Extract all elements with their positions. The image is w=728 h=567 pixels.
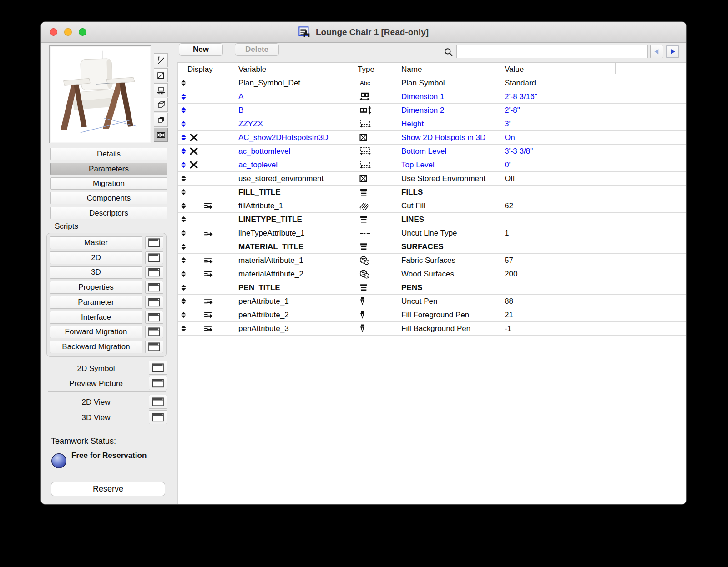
table-row[interactable]: materialAttribute_2 Wood Surfaces 200 [178,267,686,281]
table-row[interactable]: penAttribute_2 Fill Foreground Pen 21 [178,308,686,322]
abc-icon [359,76,372,90]
zoom-button[interactable] [79,28,86,36]
window-icon [152,363,164,372]
updown-icon[interactable] [181,145,187,158]
header-name[interactable]: Name [401,63,422,76]
table-row[interactable]: fillAttribute_1 Cut Fill 62 [178,199,686,213]
table-row[interactable]: FILL_TITLE FILLS [178,186,686,199]
preview-mode-wireframe-button[interactable] [154,98,168,112]
table-row[interactable]: penAttribute_1 Uncut Pen 88 [178,295,686,308]
preview-mode-axo-button[interactable] [154,53,168,67]
header-variable[interactable]: Variable [238,63,266,76]
material-sphere-icon [359,267,369,281]
updown-icon[interactable] [181,186,187,199]
script-properties-button[interactable]: Properties [50,281,142,294]
preview-mode-2d-button[interactable] [154,68,168,82]
script-row-forward-migration: Forward Migration [50,326,163,339]
open-parameter-window-button[interactable] [145,296,163,309]
material-sphere-icon [359,254,369,267]
search-input[interactable] [456,45,648,58]
open-master-window-button[interactable] [145,236,163,249]
updown-icon[interactable] [181,131,187,144]
open-properties-window-button[interactable] [145,281,163,294]
tab-components[interactable]: Components [50,192,167,204]
updown-icon[interactable] [181,90,187,103]
table-row[interactable]: LINETYPE_TITLE LINES [178,213,686,226]
updown-icon[interactable] [181,295,187,308]
updown-icon[interactable] [181,172,187,185]
open-2d-view-window-button[interactable] [149,395,167,409]
tab-parameters[interactable]: Parameters [50,163,167,175]
header-value[interactable]: Value [505,63,524,76]
table-row[interactable]: lineTypeAttribute_1 Uncut Line Type 1 [178,226,686,240]
nav-forward-button[interactable] [666,45,679,58]
script-2d-button[interactable]: 2D [50,251,142,264]
table-row[interactable]: AC_show2DHotspotsIn3D Show 2D Hotspots i… [178,131,686,145]
dimension-vertical-icon [359,104,372,117]
table-row[interactable]: B Dimension 2 2'-8" [178,104,686,117]
script-row-2d: 2D [50,251,163,264]
open-interface-window-button[interactable] [145,311,163,324]
open-backward-migration-window-button[interactable] [145,341,163,353]
preview-mode-elevation-button[interactable] [154,83,168,97]
updown-icon[interactable] [181,158,187,171]
table-row[interactable]: MATERIAL_TITLE SURFACES [178,240,686,254]
updown-icon[interactable] [181,104,187,117]
table-row[interactable]: penAttribute_3 Fill Background Pen -1 [178,322,686,336]
updown-icon[interactable] [181,281,187,294]
open-forward-migration-window-button[interactable] [145,326,163,339]
updown-icon[interactable] [181,308,187,321]
table-row[interactable]: Plan_Symbol_Det Plan Symbol Standard [178,76,686,90]
updown-icon[interactable] [181,226,187,240]
table-row[interactable]: ac_toplevel Top Level 0' [178,158,686,172]
updown-icon[interactable] [181,267,187,281]
open-2d-symbol-window-button[interactable] [149,361,167,375]
linetype-icon [359,226,371,240]
table-row[interactable]: ac_bottomlevel Bottom Level 3'-3 3/8" [178,145,686,158]
tab-descriptors[interactable]: Descriptors [50,207,167,219]
minimize-button[interactable] [64,28,72,36]
attribute-arrow-icon [203,267,213,281]
script-interface-button[interactable]: Interface [50,311,142,324]
table-row[interactable]: use_stored_environment Use Stored Enviro… [178,172,686,186]
script-3d-button[interactable]: 3D [50,266,142,279]
script-master-button[interactable]: Master [50,236,142,249]
delete-button[interactable]: Delete [235,43,279,56]
open-3d-window-button[interactable] [145,266,163,279]
table-row[interactable]: PEN_TITLE PENS [178,281,686,295]
updown-icon[interactable] [181,254,187,267]
reserve-button[interactable]: Reserve [51,482,165,496]
updown-icon[interactable] [181,199,187,212]
open-preview-picture-window-button[interactable] [149,376,167,390]
table-row[interactable]: ZZYZX Height 3' [178,117,686,131]
script-row-master: Master [50,236,163,249]
titlebar[interactable]: Lounge Chair 1 [Read-only] [41,22,686,43]
nav-back-button[interactable] [650,45,663,58]
preview-mode-animation-button[interactable] [154,128,168,142]
preview-mode-shaded-button[interactable] [154,113,168,127]
new-button[interactable]: New [179,43,223,56]
header-display[interactable]: Display [187,63,213,76]
script-backward-migration-button[interactable]: Backward Migration [50,341,142,353]
header-divider [615,63,616,74]
updown-icon[interactable] [181,240,187,253]
close-button[interactable] [50,28,57,36]
table-row[interactable]: A Dimension 1 2'-8 3/16" [178,90,686,104]
script-parameter-button[interactable]: Parameter [50,296,142,309]
table-row[interactable]: materialAttribute_1 Fabric Surfaces 57 [178,254,686,267]
tab-details[interactable]: Details [50,148,167,160]
open-3d-view-window-button[interactable] [149,410,167,424]
updown-icon[interactable] [181,76,187,90]
header-divider [186,63,186,74]
updown-icon[interactable] [181,213,187,226]
preview-3d-canvas[interactable] [49,45,151,143]
open-2d-window-button[interactable] [145,251,163,264]
title-icon [359,213,368,226]
scripts-section-label: Scripts [55,222,78,231]
tab-migration[interactable]: Migration [50,177,167,190]
script-forward-migration-button[interactable]: Forward Migration [50,326,142,339]
header-type[interactable]: Type [358,63,374,76]
updown-icon[interactable] [181,322,187,335]
label-3d-view: 3D View [48,413,144,422]
updown-icon[interactable] [181,117,187,130]
